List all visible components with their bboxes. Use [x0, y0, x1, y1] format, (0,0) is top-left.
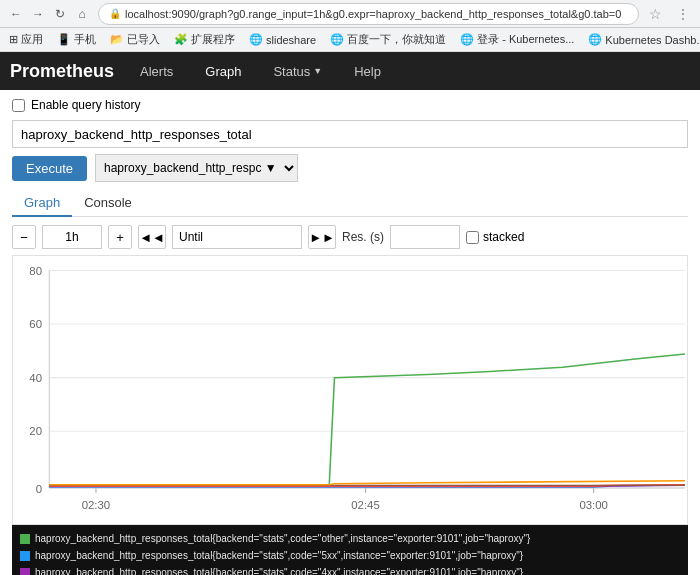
lock-icon: 🔒	[109, 8, 121, 19]
forward-button[interactable]: →	[28, 4, 48, 24]
until-input[interactable]	[172, 225, 302, 249]
time-plus-button[interactable]: +	[108, 225, 132, 249]
bookmark-apps[interactable]: ⊞ 应用	[6, 32, 46, 47]
legend-item-text: haproxy_backend_http_responses_total{bac…	[35, 565, 523, 575]
back-time-button[interactable]: ◄◄	[138, 225, 166, 249]
x-label-3: 03:00	[579, 499, 608, 511]
browser-chrome: ← → ↻ ⌂ 🔒 localhost:9090/graph?g0.range_…	[0, 0, 700, 28]
execute-row: Execute haproxy_backend_http_respc ▼	[12, 154, 688, 182]
bookmark-imported[interactable]: 📂 已导入	[107, 32, 163, 47]
bookmark-bar: ⊞ 应用 📱 手机 📂 已导入 🧩 扩展程序 🌐 slideshare 🌐 百度…	[0, 28, 700, 52]
legend-box: haproxy_backend_http_responses_total{bac…	[12, 525, 688, 575]
tabs-row: Graph Console	[12, 190, 688, 217]
star-icon[interactable]: ☆	[645, 6, 666, 22]
home-button[interactable]: ⌂	[72, 4, 92, 24]
time-range-input[interactable]	[42, 225, 102, 249]
query-history-label[interactable]: Enable query history	[31, 98, 140, 112]
legend-item: haproxy_backend_http_responses_total{bac…	[20, 548, 680, 564]
address-bar[interactable]: 🔒 localhost:9090/graph?g0.range_input=1h…	[98, 3, 639, 25]
y-label-80: 80	[29, 265, 42, 277]
url-text: localhost:9090/graph?g0.range_input=1h&g…	[125, 8, 628, 20]
bookmark-kubernetes-login[interactable]: 🌐 登录 - Kubernetes...	[457, 32, 577, 47]
legend-color-swatch	[20, 568, 30, 575]
nav-bar: Prometheus Alerts Graph Status ▼ Help	[0, 52, 700, 90]
legend-item-text: haproxy_backend_http_responses_total{bac…	[35, 548, 523, 564]
bookmark-slideshare[interactable]: 🌐 slideshare	[246, 33, 319, 46]
stacked-label[interactable]: stacked	[466, 230, 524, 244]
nav-buttons: ← → ↻ ⌂	[6, 4, 92, 24]
y-label-60: 60	[29, 318, 42, 330]
page-content: Enable query history Execute haproxy_bac…	[0, 90, 700, 575]
reload-button[interactable]: ↻	[50, 4, 70, 24]
nav-help[interactable]: Help	[348, 60, 387, 83]
tab-graph[interactable]: Graph	[12, 190, 72, 217]
bookmark-k8s-dash1[interactable]: 🌐 Kubernetes Dashb...	[585, 33, 700, 46]
res-label: Res. (s)	[342, 230, 384, 244]
y-label-0: 0	[36, 483, 42, 495]
back-button[interactable]: ←	[6, 4, 26, 24]
chart-svg: 80 60 40 20 0 02:30 02:45 03:00	[13, 256, 687, 524]
metric-select[interactable]: haproxy_backend_http_respc ▼	[95, 154, 298, 182]
legend-item-text: haproxy_backend_http_responses_total{bac…	[35, 531, 530, 547]
line-2xx	[49, 481, 685, 485]
query-input-row	[12, 120, 688, 148]
chart-container: 80 60 40 20 0 02:30 02:45 03:00	[12, 255, 688, 525]
x-label-2: 02:45	[351, 499, 380, 511]
stacked-checkbox[interactable]	[466, 231, 479, 244]
line-other	[49, 354, 685, 485]
tab-console[interactable]: Console	[72, 190, 144, 217]
legend-item: haproxy_backend_http_responses_total{bac…	[20, 531, 680, 547]
time-minus-button[interactable]: −	[12, 225, 36, 249]
status-dropdown-arrow: ▼	[313, 66, 322, 76]
bookmark-baidu[interactable]: 🌐 百度一下，你就知道	[327, 32, 449, 47]
nav-graph[interactable]: Graph	[199, 60, 247, 83]
stacked-text: stacked	[483, 230, 524, 244]
legend-color-swatch	[20, 551, 30, 561]
y-label-40: 40	[29, 372, 42, 384]
legend-color-swatch	[20, 534, 30, 544]
nav-alerts[interactable]: Alerts	[134, 60, 179, 83]
query-history-checkbox[interactable]	[12, 99, 25, 112]
query-input[interactable]	[12, 120, 688, 148]
bookmark-phone[interactable]: 📱 手机	[54, 32, 99, 47]
x-label-1: 02:30	[82, 499, 111, 511]
y-label-20: 20	[29, 425, 42, 437]
nav-status[interactable]: Status ▼	[267, 60, 328, 83]
controls-row: − + ◄◄ ►► Res. (s) stacked	[12, 225, 688, 249]
forward-time-button[interactable]: ►►	[308, 225, 336, 249]
res-input[interactable]	[390, 225, 460, 249]
bookmark-extensions[interactable]: 🧩 扩展程序	[171, 32, 238, 47]
execute-button[interactable]: Execute	[12, 156, 87, 181]
legend-item: haproxy_backend_http_responses_total{bac…	[20, 565, 680, 575]
menu-icon[interactable]: ⋮	[672, 6, 694, 22]
nav-brand[interactable]: Prometheus	[10, 61, 114, 82]
query-history-row: Enable query history	[12, 98, 688, 112]
